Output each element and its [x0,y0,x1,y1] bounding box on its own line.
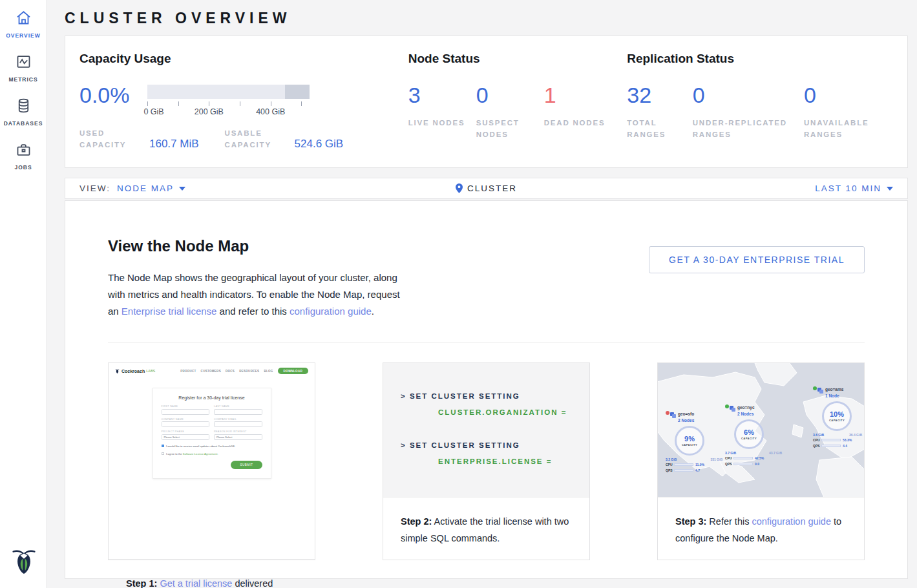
cluster-breadcrumb-label: CLUSTER [467,184,517,193]
sql-setting: CLUSTER.ORGANIZATION = [438,409,589,417]
unavailable-ranges-value: 0 [804,85,907,105]
node-map-intro: View the Node Map The Node Map shows the… [108,237,406,320]
license-agreement-checkbox-row: I agree to the Software License Agreemen… [162,452,262,456]
submit-button[interactable]: SUBMIT [231,461,262,469]
view-selector[interactable]: NODE MAP [117,184,185,193]
gauge-tick-label: 0 GiB [143,107,163,116]
capacity-label: CAPACITY [829,419,845,422]
locality-name: geo=nyc [737,405,755,410]
logo-text: Cockroach [121,369,145,373]
mini-site-header: Cockroach LABS PRODUCT CUSTOMERS DOCS RE… [109,363,315,379]
project-phase-select[interactable]: Please Select [162,434,210,440]
cpu-value: 42.5% [755,456,764,460]
sidebar-item-label: OVERVIEW [0,32,47,39]
under-replicated-ranges-value: 0 [693,85,804,105]
locality-nodes: 1 Node [825,394,839,398]
sidebar-item-overview[interactable]: OVERVIEW [0,9,47,39]
node-map-panel: View the Node Map The Node Map shows the… [65,200,908,579]
cpu-bar [674,463,693,466]
sidebar-item-metrics[interactable]: METRICS [0,53,47,83]
step-1-caption: Step 1: Get a trial license delivered st… [109,560,315,588]
suspect-nodes-stat: 0 SUSPECT NODES [476,85,544,141]
enterprise-trial-license-link[interactable]: Enterprise trial license [121,306,217,317]
node-status-section: Node Status 3 LIVE NODES 0 SUSPECT NODES… [408,48,627,167]
used-gib: 3.2 GiB [666,457,685,461]
email-updates-checkbox-row: I would like to receive email updates ab… [162,445,262,448]
company-name-input[interactable] [162,421,210,427]
sql-command: > SET CLUSTER SETTING [401,393,589,401]
node-status-title: Node Status [408,52,627,66]
map-locality-nyc[interactable]: geo=nyc 2 Nodes 6% CAPACITY 3.7 GiB43.7 … [725,404,782,466]
reason-select[interactable]: Please Select [214,434,262,440]
capacity-ring: 6% CAPACITY [734,419,764,449]
enterprise-trial-button[interactable]: GET A 30-DAY ENTERPRISE TRIAL [649,246,865,273]
step-3-card: geo=sfo 2 Nodes 9% CAPACITY 3.2 GiB331 G… [657,362,865,560]
capacity-label: CAPACITY [741,437,757,440]
sidebar-nav: OVERVIEW METRICS DATABASES JO [0,0,47,171]
step-label: Step 1: [126,578,157,588]
time-range-value: LAST 10 MIN [815,184,881,193]
license-agreement-link[interactable]: Software License Agreement. [183,452,218,456]
nav-customers[interactable]: CUSTOMERS [201,370,221,373]
jobs-icon [15,141,32,158]
locality-nodes: 2 Nodes [737,412,754,416]
under-replicated-ranges-stat: 0 UNDER-REPLICATED RANGES [693,85,804,141]
cpu-label: CPU [666,463,674,467]
content-area: CLUSTER OVERVIEW Capacity Usage 0.0% 0 G… [47,0,917,587]
capacity-percent: 0.0% [79,85,147,105]
nav-docs[interactable]: DOCS [226,370,235,373]
step-3-image: geo=sfo 2 Nodes 9% CAPACITY 3.2 GiB331 G… [658,363,864,498]
view-bar: VIEW: NODE MAP CLUSTER LAST 10 MIN [65,178,908,199]
configuration-guide-link[interactable]: configuration guide [290,306,372,317]
nav-blog[interactable]: BLOG [264,370,273,373]
capacity-percent: 6% [744,428,754,436]
capacity-percent: 10% [830,410,844,418]
configuration-guide-link[interactable]: configuration guide [752,516,831,527]
capacity-usage-section: Capacity Usage 0.0% 0 GiB 200 GiB 400 Gi… [79,48,408,167]
total-ranges-value: 32 [627,85,693,105]
time-range-selector[interactable]: LAST 10 MIN [815,184,893,193]
locality-nodes: 2 Nodes [678,418,694,423]
company-email-input[interactable] [214,421,262,427]
map-locality-ams[interactable]: geo=ams 1 Node 10% CAPACITY 3.6 GiB36.4 … [813,386,862,448]
step-2-card: > SET CLUSTER SETTING CLUSTER.ORGANIZATI… [383,362,590,560]
field-label: COMPANY NAME [162,418,210,421]
sidebar: OVERVIEW METRICS DATABASES JO [0,0,47,588]
map-locality-sfo[interactable]: geo=sfo 2 Nodes 9% CAPACITY 3.2 GiB331 G… [666,411,722,472]
sidebar-item-jobs[interactable]: JOBS [0,141,47,171]
capacity-percent: 9% [684,435,695,443]
last-name-input[interactable] [214,409,262,415]
sql-setting: ENTERPRISE.LICENSE = [438,458,589,466]
node-map-description: The Node Map shows the geographical layo… [108,269,406,320]
locality-name: geo=sfo [678,412,694,416]
node-cube-icon [817,388,823,394]
unavailable-ranges-stat: 0 UNAVAILABLE RANGES [804,85,907,141]
checkbox-label: I would like to receive email updates ab… [166,445,235,448]
download-button[interactable]: DOWNLOAD [278,368,308,374]
dead-nodes-label: DEAD NODES [544,118,612,129]
total-gib: 331 GiB [710,457,722,461]
sidebar-item-databases[interactable]: DATABASES [0,97,47,127]
get-trial-license-link[interactable]: Get a trial license [160,578,232,588]
usable-capacity-value: 524.6 GiB [295,138,344,151]
license-agreement-checkbox[interactable] [162,452,165,456]
cluster-breadcrumb[interactable]: CLUSTER [456,184,517,193]
first-name-input[interactable] [162,409,210,415]
qps-label: QPS [725,462,733,466]
total-gib: 43.7 GiB [769,451,782,455]
dead-nodes-value: 1 [544,85,612,105]
email-updates-checkbox[interactable] [162,445,165,448]
nav-product[interactable]: PRODUCT [180,370,196,373]
field-label: FIRST NAME [162,405,210,408]
field-label: REASON FOR INTEREST [214,430,262,433]
replication-status-title: Replication Status [627,52,907,66]
cpu-bar [733,457,753,459]
cpu-label: CPU [813,438,821,442]
total-ranges-label: TOTAL RANGES [627,118,693,141]
nav-resources[interactable]: RESOURCES [239,370,259,373]
status-live-icon [725,404,729,408]
node-cube-icon [670,412,676,418]
map-pin-icon [456,184,463,193]
mini-site-nav: PRODUCT CUSTOMERS DOCS RESOURCES BLOG DO… [180,368,308,374]
field-label: PROJECT PHASE [162,430,210,433]
